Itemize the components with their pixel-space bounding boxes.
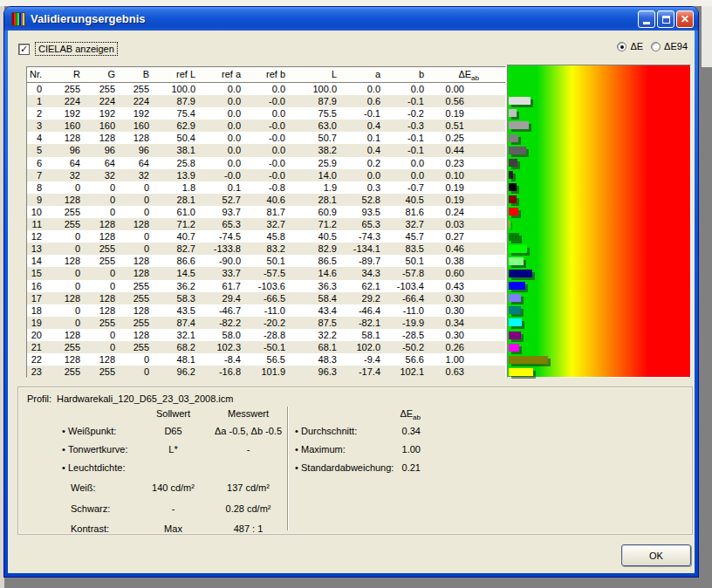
- cell: 0.0: [200, 107, 245, 120]
- cell: 87.5: [290, 317, 341, 329]
- table-row[interactable]: 0255255255100.00.00.0100.00.00.00.00: [27, 83, 505, 95]
- cell: 0: [48, 181, 85, 194]
- cell: 255: [48, 83, 85, 95]
- cell: 0: [85, 181, 120, 194]
- table-row[interactable]: 22128128048.1-8.456.548.3-9.456.61.00: [27, 353, 505, 366]
- ok-button[interactable]: OK: [621, 544, 691, 566]
- cell: 0.51: [428, 120, 505, 132]
- cell: 128: [85, 304, 120, 317]
- table-row[interactable]: 23255255096.2-16.8101.996.3-17.4102.10.6…: [27, 366, 505, 378]
- radio-de-icon[interactable]: [617, 42, 626, 51]
- deltae-bar: [509, 220, 510, 228]
- messwert-value: 487 : 1: [202, 523, 294, 534]
- cell: 0.27: [428, 230, 505, 243]
- table-row[interactable]: 21255025568.2102.3-50.168.1102.0-50.20.2…: [27, 341, 505, 353]
- cell: 75.5: [290, 107, 341, 120]
- table-row[interactable]: 316016016062.90.0-0.063.00.4-0.30.51: [27, 120, 505, 132]
- maximize-button[interactable]: [657, 10, 674, 28]
- cell: -50.2: [385, 341, 428, 353]
- table-row[interactable]: 19025525587.4-82.2-20.287.5-82.1-19.90.3…: [27, 317, 505, 329]
- table-row[interactable]: 732323213.9-0.0-0.014.00.00.00.10: [27, 169, 505, 181]
- deltae-bar: [509, 245, 527, 253]
- cell: 0: [27, 83, 48, 95]
- table-row[interactable]: 150012814.533.7-57.514.634.3-57.80.60: [27, 267, 505, 279]
- cell: 68.1: [290, 341, 341, 353]
- cell: 14: [27, 255, 48, 267]
- table-header: Nr.RGBref Lref aref bLabΔEab: [27, 67, 505, 83]
- minimize-button[interactable]: [638, 10, 655, 28]
- table-row[interactable]: 664646425.80.0-0.025.90.20.00.23: [27, 157, 505, 169]
- deltae-bar: [509, 356, 548, 364]
- radio-de94-label: ΔE94: [664, 41, 688, 51]
- cell: 128: [85, 353, 120, 366]
- cell: 93.5: [341, 206, 385, 218]
- cell: 86.5: [290, 255, 341, 267]
- table-row[interactable]: 91280028.152.740.628.152.840.50.19: [27, 194, 505, 206]
- table-row[interactable]: 120128040.7-74.545.840.5-74.345.70.27: [27, 230, 505, 243]
- cell: 0: [48, 280, 85, 292]
- table-row[interactable]: 122422422487.90.0-0.087.90.6-0.10.56: [27, 95, 505, 107]
- column-header: Nr.: [27, 67, 48, 82]
- table-row[interactable]: 596969638.10.00.038.20.4-0.10.44: [27, 144, 505, 156]
- table-row[interactable]: 219219219275.40.00.075.5-0.1-0.20.19: [27, 107, 505, 120]
- table-row[interactable]: 160025536.261.7-103.636.362.1-103.40.43: [27, 280, 505, 292]
- cell: 192: [85, 107, 120, 120]
- cell: -8.4: [200, 353, 245, 366]
- cell: 9: [27, 194, 48, 206]
- cell: 87.9: [154, 95, 200, 107]
- cell: -134.1: [341, 243, 385, 255]
- summary-row: Weiß:140 cd/m²137 cd/m²: [18, 482, 692, 495]
- radio-item-de[interactable]: ΔE: [617, 41, 643, 51]
- cell: 255: [85, 317, 120, 329]
- deltae-bar: [509, 332, 521, 339]
- cielab-checkbox-label[interactable]: CIELAB anzeigen: [35, 42, 118, 56]
- bullet-icon: •: [295, 444, 298, 455]
- cell: 61.0: [154, 206, 200, 218]
- cell: 52.7: [200, 194, 245, 206]
- cell: 0.0: [245, 144, 290, 156]
- cell: 128: [120, 255, 154, 267]
- table-row[interactable]: 80001.80.1-0.81.90.3-0.70.19: [27, 181, 505, 194]
- table-row[interactable]: 102550061.093.781.760.993.581.60.24: [27, 206, 505, 218]
- cell: 160: [120, 120, 154, 132]
- cell: 56.6: [385, 353, 428, 366]
- deltae-header: ΔEab: [381, 408, 421, 421]
- cell: 38.1: [154, 144, 200, 156]
- cell: 38.2: [290, 144, 341, 156]
- cell: 0.56: [428, 95, 505, 107]
- cell: 4: [27, 132, 48, 144]
- cell: 82.7: [154, 243, 200, 255]
- cell: -0.0: [245, 120, 290, 132]
- deltae-bar: [509, 306, 521, 314]
- table-row[interactable]: 1412825512886.6-90.050.186.5-89.750.10.3…: [27, 255, 505, 267]
- deltae-bar: [509, 344, 519, 352]
- table-row[interactable]: 20128012832.158.0-28.832.258.1-28.50.30: [27, 329, 505, 341]
- table-row[interactable]: 1712812825558.329.4-66.558.429.2-66.40.3…: [27, 292, 505, 304]
- title-bar[interactable]: Validierungsergebnis ✕: [4, 7, 698, 31]
- cell: 0: [48, 267, 85, 279]
- cell: -0.1: [385, 132, 428, 144]
- cell: 6: [27, 157, 48, 169]
- cell: 0: [85, 280, 120, 292]
- deltae-bar: [509, 134, 518, 142]
- radio-item-de94[interactable]: ΔE94: [651, 41, 688, 51]
- cielab-checkbox[interactable]: ✓: [18, 44, 30, 55]
- messwert-value: 137 cd/m²: [202, 482, 294, 493]
- cielab-table: Nr.RGBref Lref aref bLabΔEab 02552552551…: [26, 66, 506, 378]
- table-row[interactable]: 1125512812871.265.332.771.265.332.70.03: [27, 218, 505, 230]
- cell: 2: [27, 107, 48, 120]
- cell: 0.6: [341, 95, 385, 107]
- cell: 48.3: [290, 353, 341, 366]
- sollwert-value: 140 cd/m²: [136, 482, 210, 493]
- table-row[interactable]: 412812812850.40.0-0.050.70.1-0.10.25: [27, 132, 505, 144]
- cell: 64: [48, 157, 85, 169]
- table-row[interactable]: 130255082.7-133.883.282.9-134.183.50.46: [27, 243, 505, 255]
- cell: 32: [120, 169, 154, 181]
- cell: 192: [120, 107, 154, 120]
- radio-de94-icon[interactable]: [651, 42, 661, 51]
- table-row[interactable]: 18012812843.5-46.7-11.043.4-46.4-11.00.3…: [27, 304, 505, 317]
- cell: 255: [120, 83, 154, 95]
- column-header: B: [120, 67, 154, 82]
- cell: 0.23: [428, 157, 505, 169]
- close-button[interactable]: ✕: [676, 10, 694, 28]
